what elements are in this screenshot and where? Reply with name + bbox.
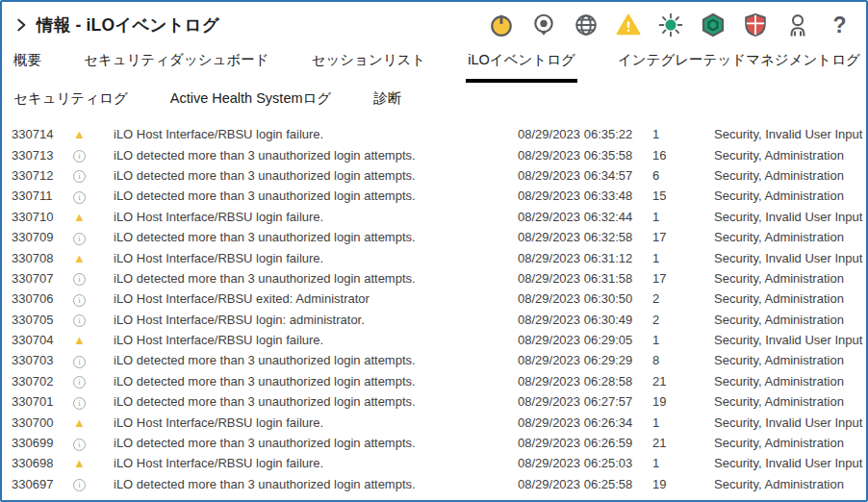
tab-diagnostics[interactable]: 診断 xyxy=(371,89,403,113)
event-count: 21 xyxy=(652,374,714,389)
table-row[interactable]: 330704 ▲ iLO Host Interface/RBSU login f… xyxy=(2,330,866,350)
warning-icon: ▲ xyxy=(73,127,86,141)
hexagon-status-icon[interactable] xyxy=(700,13,726,38)
user-icon[interactable] xyxy=(784,13,810,38)
page-title: 情報 - iLOイベントログ xyxy=(37,13,219,37)
event-category: Security, Administration xyxy=(714,230,866,244)
event-category: Security, Invalid User Input xyxy=(714,415,866,430)
table-row[interactable]: 330712 i iLO detected more than 3 unauth… xyxy=(2,165,866,186)
warning-status-icon[interactable] xyxy=(615,13,641,38)
event-category: Security, Invalid User Input xyxy=(714,251,866,265)
table-row[interactable]: 330702 i iLO detected more than 3 unauth… xyxy=(2,371,866,391)
event-timestamp: 08/29/2023 06:29:29 xyxy=(518,353,652,367)
event-description: iLO Host Interface/RBSU exited: Administ… xyxy=(114,291,518,306)
tab-integrated-management-log[interactable]: インテグレーテッドマネジメントログ xyxy=(616,51,862,83)
event-description: iLO Host Interface/RBSU login failure. xyxy=(114,333,518,347)
info-icon: i xyxy=(73,397,86,410)
event-category: Security, Administration xyxy=(714,374,866,389)
event-count: 16 xyxy=(652,148,714,163)
table-row[interactable]: 330710 ▲ iLO Host Interface/RBSU login f… xyxy=(2,207,866,227)
event-category: Security, Invalid User Input xyxy=(714,127,866,141)
event-count: 21 xyxy=(652,436,714,450)
event-timestamp: 08/29/2023 06:29:05 xyxy=(518,333,652,347)
table-row[interactable]: 330700 ▲ iLO Host Interface/RBSU login f… xyxy=(2,412,866,432)
event-description: iLO Host Interface/RBSU login failure. xyxy=(114,415,518,430)
tab-ilo-event-log[interactable]: iLOイベントログ xyxy=(466,51,577,83)
tab-overview[interactable]: 概要 xyxy=(12,51,43,83)
table-row[interactable]: 330708 ▲ iLO Host Interface/RBSU login f… xyxy=(2,247,866,267)
table-row[interactable]: 330709 i iLO detected more than 3 unauth… xyxy=(2,227,866,247)
event-count: 15 xyxy=(652,188,714,203)
event-category: Security, Administration xyxy=(714,436,866,450)
event-category: Security, Administration xyxy=(714,168,866,183)
event-id: 330709 xyxy=(12,230,73,244)
event-count: 1 xyxy=(652,251,714,265)
tab-bar-secondary: セキュリティログ Active Health Systemログ 診断 xyxy=(2,89,866,113)
event-description: iLO detected more than 3 unauthorized lo… xyxy=(114,271,518,286)
event-timestamp: 08/29/2023 06:32:58 xyxy=(518,230,652,244)
table-row[interactable]: 330699 i iLO detected more than 3 unauth… xyxy=(2,433,866,453)
power-icon[interactable] xyxy=(488,13,514,38)
event-count: 6 xyxy=(652,168,714,183)
event-description: iLO detected more than 3 unauthorized lo… xyxy=(114,188,518,203)
globe-icon[interactable] xyxy=(573,13,599,38)
tab-security-log[interactable]: セキュリティログ xyxy=(12,89,130,113)
event-count: 17 xyxy=(652,271,714,286)
event-timestamp: 08/29/2023 06:35:22 xyxy=(518,127,652,141)
info-icon: i xyxy=(73,314,86,327)
warning-icon: ▲ xyxy=(73,415,86,430)
event-description: iLO Host Interface/RBSU login failure. xyxy=(114,251,518,265)
help-icon[interactable]: ? xyxy=(827,13,853,38)
event-id: 330697 xyxy=(12,477,73,491)
event-id: 330702 xyxy=(12,374,73,389)
event-id: 330708 xyxy=(12,251,73,265)
event-description: iLO detected more than 3 unauthorized lo… xyxy=(114,168,518,183)
table-row[interactable]: 330711 i iLO detected more than 3 unauth… xyxy=(2,186,866,206)
help-glyph: ? xyxy=(832,14,846,37)
event-timestamp: 08/29/2023 06:30:49 xyxy=(518,313,652,327)
event-description: iLO detected more than 3 unauthorized lo… xyxy=(114,394,518,409)
table-row[interactable]: 330703 i iLO detected more than 3 unauth… xyxy=(2,350,866,370)
event-timestamp: 08/29/2023 06:33:48 xyxy=(518,188,652,203)
info-icon: i xyxy=(73,191,86,204)
table-row[interactable]: 330707 i iLO detected more than 3 unauth… xyxy=(2,268,866,289)
info-icon: i xyxy=(73,356,86,368)
table-row[interactable]: 330705 i iLO Host Interface/RBSU login: … xyxy=(2,310,866,330)
table-row[interactable]: 330706 i iLO Host Interface/RBSU exited:… xyxy=(2,289,866,309)
event-description: iLO Host Interface/RBSU login failure. xyxy=(114,456,518,470)
health-sun-icon[interactable] xyxy=(657,13,683,38)
event-timestamp: 08/29/2023 06:31:58 xyxy=(518,271,652,286)
warning-icon: ▲ xyxy=(73,333,86,347)
event-log-table: 330714 ▲ iLO Host Interface/RBSU login f… xyxy=(2,124,866,494)
event-category: Security, Administration xyxy=(714,148,866,163)
event-category: Security, Administration xyxy=(714,394,866,409)
event-id: 330701 xyxy=(12,394,73,409)
info-icon: i xyxy=(73,150,86,163)
event-timestamp: 08/29/2023 06:35:58 xyxy=(518,148,652,163)
table-row[interactable]: 330714 ▲ iLO Host Interface/RBSU login f… xyxy=(2,124,866,144)
event-count: 2 xyxy=(652,291,714,306)
info-icon: i xyxy=(73,273,86,286)
info-icon: i xyxy=(73,376,86,389)
table-row[interactable]: 330698 ▲ iLO Host Interface/RBSU login f… xyxy=(2,453,866,473)
event-id: 330705 xyxy=(12,313,73,327)
event-description: iLO detected more than 3 unauthorized lo… xyxy=(114,230,518,244)
event-category: Security, Administration xyxy=(714,271,866,286)
event-id: 330704 xyxy=(12,333,73,347)
event-timestamp: 08/29/2023 06:28:58 xyxy=(518,374,652,389)
event-id: 330712 xyxy=(12,168,73,183)
tab-session-list[interactable]: セッションリスト xyxy=(310,51,428,83)
uid-locator-icon[interactable] xyxy=(530,13,556,38)
event-description: iLO detected more than 3 unauthorized lo… xyxy=(114,374,518,389)
event-description: iLO detected more than 3 unauthorized lo… xyxy=(114,148,518,163)
event-id: 330710 xyxy=(12,210,73,224)
tab-security-dashboard[interactable]: セキュリティダッシュボード xyxy=(82,51,271,83)
shield-status-icon[interactable] xyxy=(742,13,768,38)
table-row[interactable]: 330701 i iLO detected more than 3 unauth… xyxy=(2,391,866,412)
table-row[interactable]: 330713 i iLO detected more than 3 unauth… xyxy=(2,144,866,164)
tab-active-health-system-log[interactable]: Active Health Systemログ xyxy=(168,89,333,113)
event-description: iLO Host Interface/RBSU login failure. xyxy=(114,127,518,141)
table-row[interactable]: 330697 i iLO detected more than 3 unauth… xyxy=(2,474,866,494)
event-timestamp: 08/29/2023 06:27:57 xyxy=(518,394,652,409)
chevron-right-icon[interactable] xyxy=(13,17,29,33)
